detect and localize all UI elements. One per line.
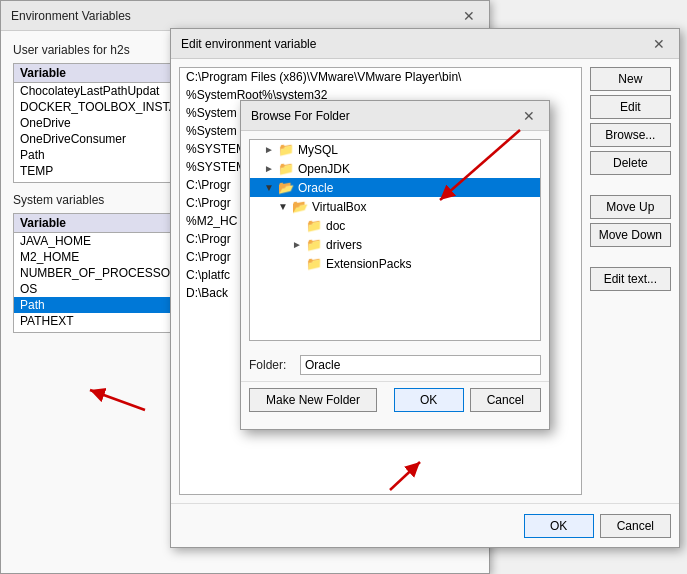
env-title: Environment Variables: [11, 9, 131, 23]
tree-arrow-drivers: ►: [292, 239, 306, 250]
edit-dialog-close-button[interactable]: ✕: [649, 36, 669, 52]
list-item[interactable]: C:\Program Files (x86)\VMware\VMware Pla…: [180, 68, 581, 86]
browse-footer-right: OK Cancel: [394, 388, 541, 412]
tree-label-virtualbox: VirtualBox: [312, 200, 366, 214]
browse-close-button[interactable]: ✕: [519, 108, 539, 124]
browse-ok-button[interactable]: OK: [394, 388, 464, 412]
env-close-button[interactable]: ✕: [459, 8, 479, 24]
folder-icon-virtualbox: 📂: [292, 199, 308, 214]
browse-folder-row: Folder:: [241, 349, 549, 381]
edit-dialog-footer: OK Cancel: [171, 503, 679, 547]
browse-body: ► 📁 MySQL ► 📁 OpenJDK ▼ 📂 Oracle ▼ 📂 Vir…: [241, 131, 549, 349]
edit-cancel-button[interactable]: Cancel: [600, 514, 671, 538]
tree-arrow-virtualbox: ▼: [278, 201, 292, 212]
tree-item-ext[interactable]: 📁 ExtensionPacks: [250, 254, 540, 273]
make-new-folder-button[interactable]: Make New Folder: [249, 388, 377, 412]
folder-icon-drivers: 📁: [306, 237, 322, 252]
tree-label-mysql: MySQL: [298, 143, 338, 157]
browse-titlebar: Browse For Folder ✕: [241, 101, 549, 131]
edit-button[interactable]: Edit: [590, 95, 671, 119]
edit-ok-button[interactable]: OK: [524, 514, 594, 538]
tree-item-oracle[interactable]: ▼ 📂 Oracle: [250, 178, 540, 197]
folder-icon-doc: 📁: [306, 218, 322, 233]
tree-label-doc: doc: [326, 219, 345, 233]
folder-icon-ext: 📁: [306, 256, 322, 271]
new-button[interactable]: New: [590, 67, 671, 91]
tree-item-virtualbox[interactable]: ▼ 📂 VirtualBox: [250, 197, 540, 216]
tree-label-drivers: drivers: [326, 238, 362, 252]
env-titlebar: Environment Variables ✕: [1, 1, 489, 31]
folder-label: Folder:: [249, 358, 294, 372]
tree-label-openjdk: OpenJDK: [298, 162, 350, 176]
edit-text-button[interactable]: Edit text...: [590, 267, 671, 291]
folder-input[interactable]: [300, 355, 541, 375]
tree-label-oracle: Oracle: [298, 181, 333, 195]
tree-arrow-mysql: ►: [264, 144, 278, 155]
browse-footer: Make New Folder OK Cancel: [241, 381, 549, 418]
tree-item-drivers[interactable]: ► 📁 drivers: [250, 235, 540, 254]
browse-title: Browse For Folder: [251, 109, 350, 123]
browse-folder-dialog: Browse For Folder ✕ ► 📁 MySQL ► 📁 OpenJD…: [240, 100, 550, 430]
tree-item-doc[interactable]: 📁 doc: [250, 216, 540, 235]
tree-item-openjdk[interactable]: ► 📁 OpenJDK: [250, 159, 540, 178]
edit-side-buttons: New Edit Browse... Delete Move Up Move D…: [590, 67, 671, 495]
edit-dialog-title: Edit environment variable: [181, 37, 316, 51]
delete-button[interactable]: Delete: [590, 151, 671, 175]
folder-icon-openjdk: 📁: [278, 161, 294, 176]
browse-cancel-button[interactable]: Cancel: [470, 388, 541, 412]
tree-item-mysql[interactable]: ► 📁 MySQL: [250, 140, 540, 159]
move-down-button[interactable]: Move Down: [590, 223, 671, 247]
folder-icon-oracle: 📂: [278, 180, 294, 195]
tree-arrow-oracle: ▼: [264, 182, 278, 193]
folder-tree: ► 📁 MySQL ► 📁 OpenJDK ▼ 📂 Oracle ▼ 📂 Vir…: [249, 139, 541, 341]
edit-dialog-titlebar: Edit environment variable ✕: [171, 29, 679, 59]
tree-arrow-openjdk: ►: [264, 163, 278, 174]
move-up-button[interactable]: Move Up: [590, 195, 671, 219]
folder-icon-mysql: 📁: [278, 142, 294, 157]
tree-label-ext: ExtensionPacks: [326, 257, 411, 271]
browse-button[interactable]: Browse...: [590, 123, 671, 147]
